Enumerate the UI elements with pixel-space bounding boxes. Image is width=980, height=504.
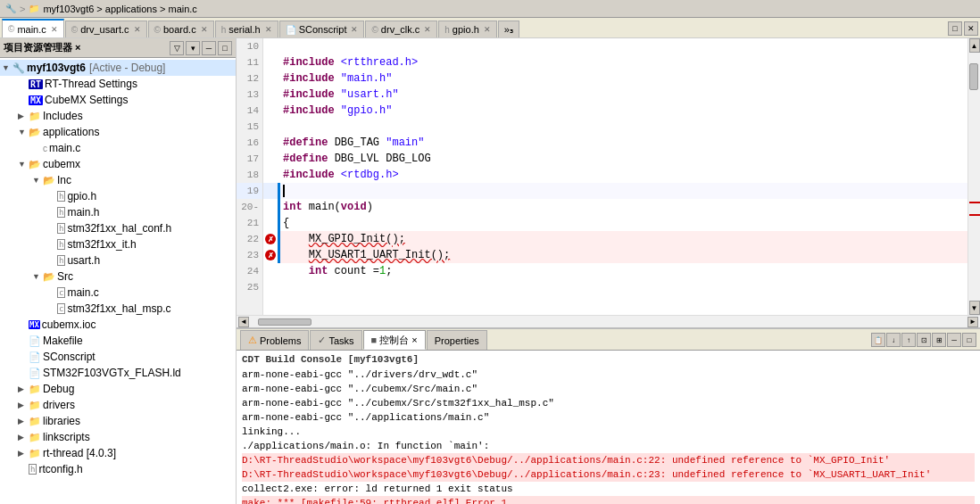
tab-file-icon7: h xyxy=(444,25,450,35)
tab-tasks[interactable]: ✓ Tasks xyxy=(310,330,361,350)
tree-item[interactable]: h usart.h xyxy=(0,252,236,269)
tab-serial-h[interactable]: h serial.h ✕ xyxy=(215,21,278,37)
error-marker-23: ✗ xyxy=(263,247,278,263)
panel-title: 项目资源管理器 × xyxy=(4,41,80,54)
tree-item[interactable]: RT RT-Thread Settings xyxy=(0,76,236,92)
tab-drv-clk[interactable]: © drv_clk.c ✕ xyxy=(365,21,437,37)
tree-item[interactable]: h rtconfig.h xyxy=(0,461,236,477)
console-max-btn[interactable]: □ xyxy=(962,333,976,347)
panel-menu-btn[interactable]: ▾ xyxy=(186,41,200,55)
code-line-21: { xyxy=(278,215,968,231)
line-num: 18 xyxy=(237,167,262,183)
tree-label: RT-Thread Settings xyxy=(45,78,137,90)
tree-item[interactable]: c stm32f1xx_hal_msp.c xyxy=(0,301,236,317)
tree-item[interactable]: 📄 STM32F103VGTx_FLASH.ld xyxy=(0,365,236,381)
line-num: 22 xyxy=(237,231,262,247)
tree-item[interactable]: h stm32f1xx_it.h xyxy=(0,236,236,252)
console-line: collect2.exe: error: ld returned 1 exit … xyxy=(242,482,975,496)
console-label: 控制台 × xyxy=(379,334,417,347)
tab-more[interactable]: »₃ xyxy=(498,21,519,37)
console-min-btn[interactable]: ─ xyxy=(947,333,961,347)
code-area[interactable]: #include <rtthread.h> #include "main.h" … xyxy=(278,38,968,315)
breadcrumb-bar: 🔧 > 📁 myf103vgt6 > applications > main.c xyxy=(0,0,980,18)
line-num: 10 xyxy=(237,38,262,54)
tab-sconscript[interactable]: 📄 SConscript ✕ xyxy=(279,21,365,37)
console-btn1[interactable]: 📋 xyxy=(871,333,885,347)
panel-max-btn[interactable]: □ xyxy=(218,41,232,55)
h-scrollbar-thumb[interactable] xyxy=(258,318,311,326)
tree-item[interactable]: ▼ 📂 cubemx xyxy=(0,156,236,172)
console-btn4[interactable]: ⊡ xyxy=(917,333,931,347)
tab-board-c[interactable]: © board.c ✕ xyxy=(148,21,214,37)
tab-file-icon4: h xyxy=(221,25,227,35)
editor[interactable]: 10 11 12 13 14 15 16 17 18 19 20- 21 22 … xyxy=(237,38,980,315)
console-line: linking... xyxy=(242,425,975,439)
tree-item[interactable]: 📄 Makefile xyxy=(0,333,236,349)
console-error-line-make: make: *** [makefile:59: rtthread.elf] Er… xyxy=(242,496,975,504)
tree-item[interactable]: ▶ 📁 rt-thread [4.0.3] xyxy=(0,445,236,461)
tab-close-icon[interactable]: ✕ xyxy=(51,25,58,34)
tree-item[interactable]: ▶ 📁 libraries xyxy=(0,413,236,429)
console-tabs: ⚠ Problems ✓ Tasks ■ 控制台 × Properties xyxy=(237,329,980,351)
console-btn3[interactable]: ↑ xyxy=(901,333,916,347)
tree-item[interactable]: MX cubemx.ioc xyxy=(0,317,236,333)
line-num: 11 xyxy=(237,54,262,70)
tab-close-icon4[interactable]: ✕ xyxy=(265,25,272,34)
project-tree[interactable]: ▼ 🔧 myf103vgt6 [Active - Debug] RT RT-Th… xyxy=(0,58,236,504)
line-num: 23 xyxy=(237,247,262,263)
tab-close-icon6[interactable]: ✕ xyxy=(424,25,431,34)
tree-label: stm32f1xx_hal_msp.c xyxy=(67,302,170,315)
console-btn2[interactable]: ↓ xyxy=(886,333,901,347)
tab-close-icon7[interactable]: ✕ xyxy=(484,25,491,34)
tree-item[interactable]: c main.c xyxy=(0,140,236,156)
panel-collapse-btn[interactable]: ▽ xyxy=(170,41,184,55)
editor-close-button[interactable]: ✕ xyxy=(964,21,978,36)
tree-item[interactable]: ▶ 📁 drivers xyxy=(0,397,236,413)
tab-label6: drv_clk.c xyxy=(381,24,419,35)
code-line-11: #include <rtthread.h> xyxy=(278,54,968,70)
console-error-line-22: D:\RT-ThreadStudio\workspace\myf103vgt6\… xyxy=(242,453,975,467)
tab-drv-usart[interactable]: © drv_usart.c ✕ xyxy=(65,21,147,37)
editor-scrollbar[interactable]: ▲ ▼ xyxy=(968,38,980,315)
tree-item[interactable]: ▼ 📂 applications xyxy=(0,124,236,140)
tree-item[interactable]: ▼ 📂 Inc xyxy=(0,172,236,188)
console-btn5[interactable]: ⊞ xyxy=(932,333,946,347)
tree-item[interactable]: h gpio.h xyxy=(0,188,236,204)
tab-label5: SConscript xyxy=(299,24,347,35)
tab-gpio-h[interactable]: h gpio.h ✕ xyxy=(438,21,497,37)
console-output[interactable]: CDT Build Console [myf103vgt6] arm-none-… xyxy=(237,351,980,504)
tab-label2: drv_usart.c xyxy=(80,24,129,35)
tree-label: linkscripts xyxy=(43,431,90,443)
tab-file-icon5: 📄 xyxy=(286,25,296,35)
panel-header: 项目资源管理器 × ▽ ▾ ─ □ xyxy=(0,38,236,58)
tree-item[interactable]: ▼ 📂 Src xyxy=(0,269,236,285)
tree-item[interactable]: ▶ 📁 Debug xyxy=(0,381,236,397)
tree-item[interactable]: h main.h xyxy=(0,204,236,220)
code-line-12: #include "main.h" xyxy=(278,70,968,87)
tree-item[interactable]: c main.c xyxy=(0,285,236,301)
tab-problems[interactable]: ⚠ Problems xyxy=(240,330,309,350)
tab-close-icon3[interactable]: ✕ xyxy=(201,25,208,34)
tree-label: Debug xyxy=(43,383,74,395)
editor-console-area: 10 11 12 13 14 15 16 17 18 19 20- 21 22 … xyxy=(237,38,980,504)
tree-item[interactable]: ▶ 📁 linkscripts xyxy=(0,429,236,445)
panel-min-btn[interactable]: ─ xyxy=(202,41,216,55)
tab-close-icon2[interactable]: ✕ xyxy=(134,25,141,34)
tree-item[interactable]: h stm32f1xx_hal_conf.h xyxy=(0,220,236,236)
tree-item[interactable]: ▶ 📁 Includes xyxy=(0,108,236,124)
console-line: arm-none-eabi-gcc "../cubemx/Src/main.c" xyxy=(242,382,975,396)
error-gutter: ✗ ✗ xyxy=(263,38,278,315)
tree-item[interactable]: MX CubeMX Settings xyxy=(0,92,236,108)
tab-console[interactable]: ■ 控制台 × xyxy=(363,330,426,350)
scrollbar-thumb[interactable] xyxy=(969,63,978,90)
tab-main-c[interactable]: © main.c ✕ xyxy=(2,19,64,37)
tree-item[interactable]: ▼ 🔧 myf103vgt6 [Active - Debug] xyxy=(0,60,236,76)
tree-item[interactable]: 📄 SConscript xyxy=(0,349,236,365)
tab-close-icon5[interactable]: ✕ xyxy=(351,25,358,34)
editor-h-scrollbar[interactable]: ◄ ► xyxy=(237,315,980,327)
editor-max-button[interactable]: □ xyxy=(948,21,962,36)
breadcrumb-path: myf103vgt6 > applications > main.c xyxy=(43,4,196,14)
tab-properties[interactable]: Properties xyxy=(427,330,487,350)
tree-label: Src xyxy=(57,270,73,283)
editor-tabs: © main.c ✕ © drv_usart.c ✕ © board.c ✕ h… xyxy=(0,18,980,38)
